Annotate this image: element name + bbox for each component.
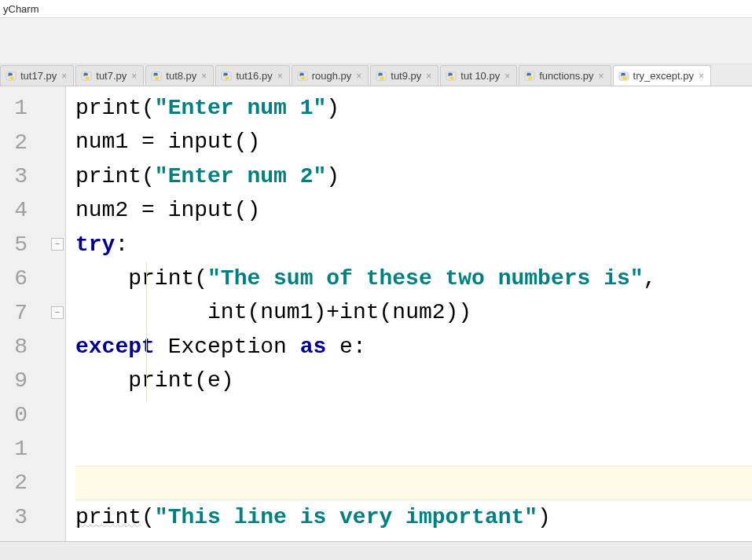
editor-tabs: tut17.py×tut7.py×tut8.py×tut16.py×rough.… bbox=[0, 64, 752, 86]
gutter: 12345−67−890123 bbox=[0, 86, 66, 541]
token-punc: )) bbox=[446, 300, 472, 324]
tab-label: tut9.py bbox=[391, 70, 421, 82]
close-icon[interactable]: × bbox=[356, 71, 361, 82]
code-line[interactable]: print("Enter num 2") bbox=[75, 159, 752, 193]
tab-label: rough.py bbox=[312, 70, 352, 82]
tab-tut17-py[interactable]: tut17.py× bbox=[0, 65, 74, 86]
close-icon[interactable]: × bbox=[699, 71, 704, 82]
token-kw: try bbox=[75, 232, 115, 257]
close-icon[interactable]: × bbox=[61, 71, 67, 82]
fold-handle-icon[interactable]: − bbox=[51, 238, 64, 251]
token-func: input bbox=[168, 198, 234, 222]
tab-tut16-py[interactable]: tut16.py× bbox=[215, 65, 289, 86]
close-icon[interactable]: × bbox=[277, 71, 283, 82]
token-punc: ) bbox=[326, 164, 339, 188]
app-title: yCharm bbox=[3, 3, 39, 15]
line-number: 1 bbox=[0, 91, 65, 125]
line-number: 4 bbox=[0, 193, 65, 227]
tab-tut8-py[interactable]: tut8.py× bbox=[145, 65, 214, 86]
token-ident: num2 bbox=[392, 300, 445, 324]
token-ident: e bbox=[326, 335, 353, 359]
token-punc: ) bbox=[537, 505, 551, 529]
line-number: 2 bbox=[0, 466, 65, 500]
tab-label: tut17.py bbox=[20, 70, 57, 82]
tab-functions-py[interactable]: functions.py× bbox=[519, 65, 611, 86]
token-str: "Enter num 2" bbox=[155, 164, 326, 188]
token-func: print bbox=[128, 368, 194, 393]
code-line[interactable]: print(e) bbox=[75, 364, 752, 397]
code-line[interactable] bbox=[75, 466, 752, 500]
code-line[interactable] bbox=[75, 432, 752, 466]
token-punc: () bbox=[234, 130, 261, 154]
token-punc: , bbox=[644, 266, 657, 291]
close-icon[interactable]: × bbox=[599, 71, 604, 82]
token-ident: num1 bbox=[260, 300, 313, 324]
code-line[interactable]: num1 = input() bbox=[75, 125, 752, 159]
code-area[interactable]: print("Enter num 1")num1 = input()print(… bbox=[66, 86, 752, 541]
token-func: print bbox=[75, 164, 141, 188]
python-file-icon bbox=[297, 71, 308, 82]
token-punc: ( bbox=[247, 300, 260, 324]
tab-label: functions.py bbox=[539, 70, 593, 82]
token-ident: num2 bbox=[75, 198, 141, 222]
token-ident bbox=[75, 300, 207, 324]
python-file-icon bbox=[446, 71, 457, 82]
python-file-icon bbox=[221, 71, 232, 82]
close-icon[interactable]: × bbox=[131, 71, 137, 82]
code-line[interactable]: num2 = input() bbox=[75, 193, 752, 227]
line-number: 3 bbox=[0, 500, 65, 534]
python-file-icon bbox=[618, 71, 629, 82]
token-func: input bbox=[168, 130, 234, 154]
tab-tut7-py[interactable]: tut7.py× bbox=[75, 65, 144, 86]
tab-label: tut8.py bbox=[166, 70, 196, 82]
tab-tut-10-py[interactable]: tut 10.py× bbox=[440, 65, 517, 86]
tab-rough-py[interactable]: rough.py× bbox=[292, 65, 369, 86]
token-punc: ( bbox=[380, 300, 393, 324]
editor: 12345−67−890123 print("Enter num 1")num1… bbox=[0, 86, 752, 541]
token-func: int bbox=[339, 300, 379, 324]
python-file-icon bbox=[151, 71, 162, 82]
token-punc: )+ bbox=[313, 300, 339, 324]
close-icon[interactable]: × bbox=[504, 71, 510, 82]
token-punc: ) bbox=[221, 368, 234, 393]
python-file-icon bbox=[81, 71, 92, 82]
line-number: 3 bbox=[0, 159, 65, 193]
code-line[interactable]: int(num1)+int(num2)) bbox=[75, 295, 752, 329]
tab-try-except-py[interactable]: try_except.py× bbox=[613, 65, 711, 86]
line-number: 2 bbox=[0, 125, 65, 159]
python-file-icon bbox=[524, 71, 535, 82]
token-punc: () bbox=[234, 198, 261, 222]
code-line[interactable]: print("The sum of these two numbers is", bbox=[75, 262, 752, 295]
code-line[interactable]: print("Enter num 1") bbox=[75, 91, 752, 125]
line-number: 8 bbox=[0, 330, 65, 364]
fold-handle-icon[interactable]: − bbox=[51, 306, 64, 319]
python-file-icon bbox=[6, 71, 17, 82]
token-str: "Enter num 1" bbox=[155, 96, 326, 120]
token-ident: num1 bbox=[75, 130, 141, 154]
token-punc: : bbox=[353, 335, 366, 359]
token-func: print bbox=[128, 266, 194, 291]
titlebar: yCharm bbox=[0, 0, 752, 17]
close-icon[interactable]: × bbox=[426, 71, 431, 82]
token-punc: ( bbox=[141, 164, 155, 188]
code-line[interactable]: try: bbox=[75, 228, 752, 262]
token-punc: ( bbox=[141, 505, 155, 529]
line-number: 7− bbox=[0, 295, 65, 329]
line-number: 1 bbox=[0, 432, 65, 466]
code-line[interactable]: print("This line is very important") bbox=[75, 500, 752, 534]
token-punc: ( bbox=[194, 368, 207, 393]
token-ident bbox=[75, 368, 128, 393]
token-func_wavy: print bbox=[75, 505, 141, 529]
close-icon[interactable]: × bbox=[201, 71, 207, 82]
token-punc: ) bbox=[326, 96, 339, 120]
tab-label: try_except.py bbox=[633, 70, 694, 82]
token-punc: = bbox=[141, 198, 168, 222]
toolbar-area bbox=[0, 17, 752, 64]
token-punc: : bbox=[115, 232, 128, 257]
code-line[interactable] bbox=[75, 398, 752, 432]
tab-tut9-py[interactable]: tut9.py× bbox=[370, 65, 438, 86]
token-kw: as bbox=[300, 335, 327, 359]
line-number: 9 bbox=[0, 364, 65, 397]
token-func: int bbox=[207, 300, 247, 324]
code-line[interactable]: except Exception as e: bbox=[75, 330, 752, 364]
